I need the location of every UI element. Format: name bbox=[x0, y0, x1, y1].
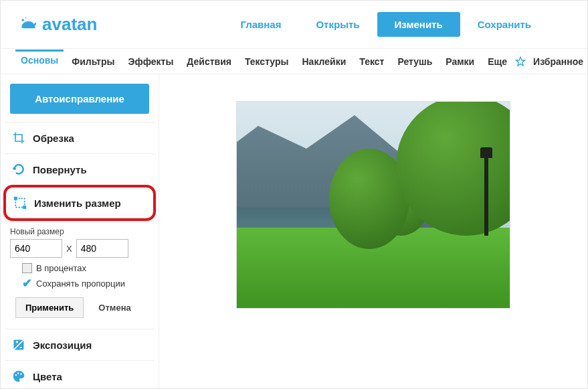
resize-panel: Новый размер X В процентах ✔ Сохранять п… bbox=[5, 221, 155, 329]
tool-rotate[interactable]: Повернуть bbox=[5, 153, 155, 185]
tool-crop-label: Обрезка bbox=[33, 133, 74, 144]
crop-icon bbox=[11, 131, 26, 145]
logo[interactable]: avatan bbox=[19, 14, 97, 35]
tab-basics[interactable]: Основы bbox=[15, 50, 64, 71]
exposure-icon bbox=[11, 337, 26, 352]
logo-text: avatan bbox=[42, 14, 97, 35]
tab-textures[interactable]: Текстуры bbox=[239, 51, 294, 72]
tab-effects[interactable]: Эффекты bbox=[122, 51, 179, 72]
keep-proportions-checkbox[interactable]: ✔ Сохранять пропорции bbox=[22, 276, 149, 291]
height-input[interactable] bbox=[76, 239, 128, 258]
svg-rect-3 bbox=[23, 206, 25, 208]
resize-icon bbox=[13, 196, 27, 210]
tool-rotate-label: Повернуть bbox=[33, 164, 87, 175]
tab-frames[interactable]: Рамки bbox=[440, 51, 480, 72]
tab-filters[interactable]: Фильтры bbox=[66, 51, 120, 72]
new-size-label: Новый размер bbox=[10, 227, 149, 236]
favorites-label: Избранное bbox=[528, 51, 588, 72]
dimension-separator: X bbox=[66, 244, 72, 254]
whale-icon bbox=[19, 15, 38, 34]
svg-point-6 bbox=[17, 372, 19, 374]
palette-icon bbox=[11, 369, 26, 384]
tool-resize[interactable]: Изменить размер bbox=[3, 185, 156, 221]
tab-more[interactable]: Еще bbox=[482, 51, 512, 72]
tool-crop[interactable]: Обрезка bbox=[5, 122, 155, 153]
tool-colors[interactable]: Цвета bbox=[5, 360, 155, 388]
tab-stickers[interactable]: Наклейки bbox=[296, 51, 351, 72]
check-icon: ✔ bbox=[22, 276, 32, 291]
sidebar: Автоисправление Обрезка Повернуть Измени… bbox=[1, 74, 159, 388]
nav-open[interactable]: Открыть bbox=[298, 12, 377, 37]
tool-resize-label: Изменить размер bbox=[34, 198, 121, 209]
rotate-icon bbox=[11, 162, 26, 177]
nav-save[interactable]: Сохранить bbox=[460, 12, 549, 37]
top-nav: Главная Открыть Изменить Сохранить bbox=[223, 12, 569, 37]
star-icon bbox=[515, 56, 526, 67]
auto-fix-button[interactable]: Автоисправление bbox=[10, 84, 149, 114]
nav-edit[interactable]: Изменить bbox=[377, 12, 460, 37]
edited-image[interactable] bbox=[236, 101, 510, 309]
tab-text[interactable]: Текст bbox=[354, 51, 389, 72]
tab-actions[interactable]: Действия bbox=[181, 51, 237, 72]
tab-retouch[interactable]: Ретушь bbox=[392, 51, 437, 72]
keep-proportions-label: Сохранять пропорции bbox=[36, 279, 125, 289]
percent-checkbox[interactable]: В процентах bbox=[22, 263, 149, 273]
svg-point-5 bbox=[15, 374, 17, 376]
canvas-area bbox=[159, 74, 587, 388]
cancel-button[interactable]: Отмена bbox=[89, 297, 140, 318]
checkbox-icon bbox=[22, 263, 32, 273]
width-input[interactable] bbox=[10, 239, 62, 258]
nav-home[interactable]: Главная bbox=[223, 12, 298, 37]
svg-point-7 bbox=[20, 373, 22, 375]
favorites-button[interactable]: Избранное bbox=[515, 51, 588, 72]
tool-exposure[interactable]: Экспозиция bbox=[5, 329, 155, 360]
apply-button[interactable]: Применить bbox=[15, 297, 84, 318]
tool-colors-label: Цвета bbox=[33, 371, 62, 382]
tool-tabs: Основы Фильтры Эффекты Действия Текстуры… bbox=[1, 49, 587, 74]
svg-rect-2 bbox=[15, 198, 17, 200]
tool-exposure-label: Экспозиция bbox=[33, 339, 92, 351]
percent-label: В процентах bbox=[36, 263, 86, 273]
